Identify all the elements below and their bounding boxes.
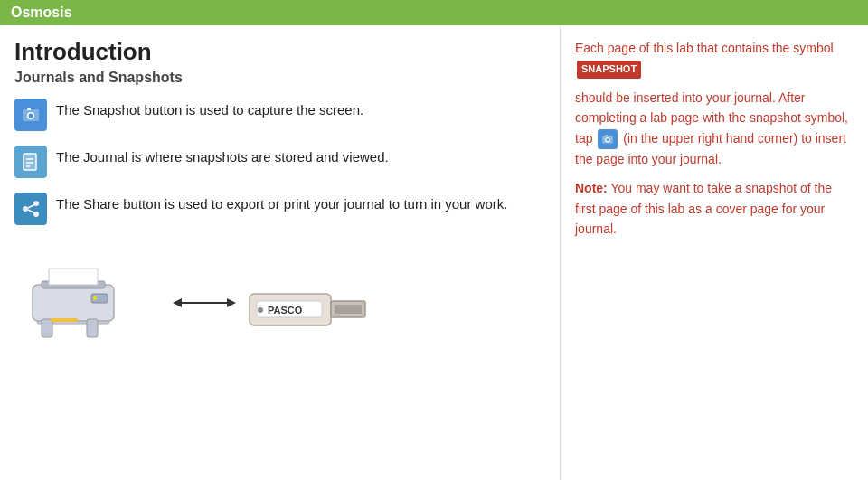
svg-rect-4 xyxy=(24,154,36,170)
right-paragraph-2: should be inserted into your journal. Af… xyxy=(575,88,854,169)
note-paragraph: Note: You may want to take a snapshot of… xyxy=(575,178,854,239)
right-panel: Each page of this lab that contains the … xyxy=(561,25,868,480)
svg-marker-25 xyxy=(227,298,236,307)
usb-drive-illustration: PASCO xyxy=(241,267,376,348)
header-bar: Osmosis xyxy=(0,0,868,25)
journal-icon xyxy=(14,146,47,178)
svg-text:PASCO: PASCO xyxy=(268,305,303,315)
list-item: The Journal is where snapshots are store… xyxy=(14,146,545,178)
svg-line-13 xyxy=(28,210,34,213)
page-title: Introduction xyxy=(14,38,545,66)
main-content: Introduction Journals and Snapshots The … xyxy=(0,25,868,480)
right-paragraph-1: Each page of this lab that contains the … xyxy=(575,38,854,79)
svg-rect-22 xyxy=(51,318,78,322)
svg-rect-17 xyxy=(49,268,98,285)
svg-rect-35 xyxy=(606,136,609,136)
list-item: The Share button is used to export or pr… xyxy=(14,193,545,225)
svg-point-31 xyxy=(258,307,263,313)
svg-rect-21 xyxy=(87,319,98,337)
svg-rect-30 xyxy=(335,305,362,314)
snapshot-badge: SNAPSHOT xyxy=(577,61,641,79)
svg-point-2 xyxy=(29,114,33,118)
svg-point-10 xyxy=(23,206,28,212)
share-text: The Share button is used to export or pr… xyxy=(56,193,507,215)
illustrations-area: PASCO xyxy=(14,240,545,348)
journal-text: The Journal is where snapshots are store… xyxy=(56,146,389,168)
snapshot-icon xyxy=(14,99,47,131)
svg-marker-24 xyxy=(173,298,182,307)
left-panel: Introduction Journals and Snapshots The … xyxy=(0,25,561,480)
app-title: Osmosis xyxy=(11,5,72,21)
list-item: The Snapshot button is used to capture t… xyxy=(14,99,545,131)
svg-point-19 xyxy=(93,296,97,300)
svg-point-34 xyxy=(607,138,609,141)
printer-illustration xyxy=(24,249,168,348)
snapshot-text: The Snapshot button is used to capture t… xyxy=(56,99,363,121)
bidirectional-arrow xyxy=(168,276,241,330)
svg-rect-20 xyxy=(42,319,52,337)
share-icon xyxy=(14,193,47,225)
svg-line-12 xyxy=(28,205,34,209)
note-label: Note: xyxy=(575,181,608,195)
inline-snapshot-icon xyxy=(598,129,618,149)
svg-rect-3 xyxy=(27,108,31,110)
section-subtitle: Journals and Snapshots xyxy=(14,70,545,86)
